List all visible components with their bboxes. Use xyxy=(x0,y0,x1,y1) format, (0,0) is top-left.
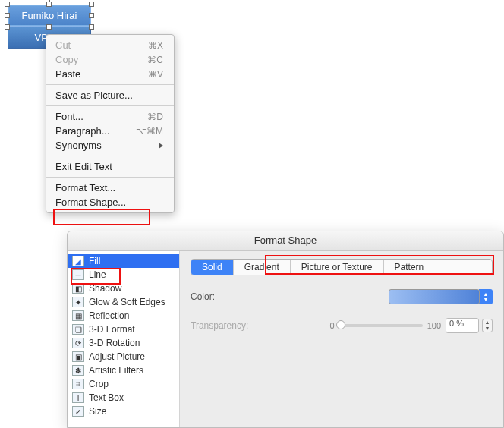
resize-handle-tm[interactable] xyxy=(46,2,52,7)
menu-cut: Cut ⌘X xyxy=(46,38,174,52)
menu-synonyms[interactable]: Synonyms xyxy=(46,138,174,153)
transparency-slider[interactable] xyxy=(339,324,423,327)
tab-solid[interactable]: Solid xyxy=(191,260,234,275)
sidebar-item-size[interactable]: ⤢ Size xyxy=(68,404,179,418)
sidebar-item-glow[interactable]: ✦ Glow & Soft Edges xyxy=(68,295,179,309)
menu-paragraph[interactable]: Paragraph... ⌥⌘M xyxy=(46,124,174,138)
menu-separator xyxy=(46,84,174,85)
sidebar-item-text-box[interactable]: T Text Box xyxy=(68,391,179,404)
sidebar-item-label: 3-D Format xyxy=(89,324,135,335)
context-menu: Cut ⌘X Copy ⌘C Paste ⌘V Save as Picture.… xyxy=(46,34,175,213)
transparency-max: 100 xyxy=(427,321,441,330)
shape-title[interactable]: Fumiko Hirai xyxy=(8,5,91,27)
sidebar-item-label: Line xyxy=(89,269,106,280)
resize-handle-tr[interactable] xyxy=(89,2,94,7)
format-shape-dialog: Format Shape ◢ Fill ─ Line ◧ Shadow ✦ Gl… xyxy=(67,231,504,428)
menu-copy-label: Copy xyxy=(55,54,78,65)
resize-handle-br[interactable] xyxy=(89,24,94,30)
picture-icon: ▣ xyxy=(72,351,84,362)
menu-paragraph-shortcut: ⌥⌘M xyxy=(136,126,163,137)
resize-handle-ml[interactable] xyxy=(5,13,10,18)
color-stepper[interactable]: ▲▼ xyxy=(479,289,493,304)
shadow-icon: ◧ xyxy=(72,283,84,294)
sidebar-item-reflection[interactable]: ▦ Reflection xyxy=(68,309,179,323)
dialog-title: Format Shape xyxy=(68,231,503,251)
sidebar-item-adjust-picture[interactable]: ▣ Adjust Picture xyxy=(68,350,179,363)
sidebar-item-label: Glow & Soft Edges xyxy=(89,297,165,307)
color-well[interactable] xyxy=(389,289,480,304)
sidebar-item-label: Artistic Filters xyxy=(89,365,143,376)
menu-exit-edit-text-label: Exit Edit Text xyxy=(55,161,112,172)
transparency-min: 0 xyxy=(330,321,335,330)
sidebar-item-label: Reflection xyxy=(89,310,129,321)
sidebar-item-shadow[interactable]: ◧ Shadow xyxy=(68,282,179,295)
sidebar-item-label: Shadow xyxy=(89,283,121,294)
transparency-label: Transparency: xyxy=(191,320,282,331)
menu-copy: Copy ⌘C xyxy=(46,52,174,67)
menu-separator xyxy=(46,177,174,178)
color-label: Color: xyxy=(191,291,282,302)
menu-font-shortcut: ⌘D xyxy=(147,112,163,122)
menu-exit-edit-text[interactable]: Exit Edit Text xyxy=(46,159,174,174)
transparency-value[interactable]: 0 % xyxy=(446,318,479,333)
reflection-icon: ▦ xyxy=(72,310,84,321)
menu-format-shape[interactable]: Format Shape... xyxy=(46,195,174,209)
menu-save-as-picture-label: Save as Picture... xyxy=(55,90,133,101)
submenu-arrow-icon xyxy=(159,143,163,149)
rotate-3d-icon: ⟳ xyxy=(72,338,84,348)
tab-gradient[interactable]: Gradient xyxy=(234,260,291,275)
resize-handle-bl[interactable] xyxy=(5,24,10,30)
sidebar-item-crop[interactable]: ⌗ Crop xyxy=(68,377,179,391)
sidebar-item-label: Size xyxy=(89,406,106,417)
resize-handle-tl[interactable] xyxy=(5,2,10,7)
text-box-icon: T xyxy=(72,392,84,403)
sidebar-item-label: Adjust Picture xyxy=(89,351,145,362)
menu-synonyms-label: Synonyms xyxy=(55,140,102,151)
menu-paste-shortcut: ⌘V xyxy=(148,69,163,80)
cube-icon: ❏ xyxy=(72,324,84,335)
menu-paste[interactable]: Paste ⌘V xyxy=(46,67,174,81)
sidebar-item-3d-rotation[interactable]: ⟳ 3-D Rotation xyxy=(68,336,179,350)
sidebar-item-label: 3-D Rotation xyxy=(89,338,140,348)
menu-copy-shortcut: ⌘C xyxy=(147,55,163,65)
resize-handle-mr[interactable] xyxy=(89,13,94,18)
tab-picture-texture[interactable]: Picture or Texture xyxy=(291,260,384,275)
crop-icon: ⌗ xyxy=(72,379,84,389)
menu-font-label: Font... xyxy=(55,111,83,122)
tab-pattern[interactable]: Pattern xyxy=(384,260,435,275)
menu-cut-shortcut: ⌘X xyxy=(148,40,163,51)
dialog-sidebar: ◢ Fill ─ Line ◧ Shadow ✦ Glow & Soft Edg… xyxy=(68,251,180,427)
filter-icon: ✽ xyxy=(72,365,84,376)
glow-icon: ✦ xyxy=(72,297,84,307)
menu-separator xyxy=(46,156,174,156)
menu-separator xyxy=(46,105,174,106)
sidebar-item-fill[interactable]: ◢ Fill xyxy=(68,254,179,268)
menu-save-as-picture[interactable]: Save as Picture... xyxy=(46,88,174,102)
menu-font[interactable]: Font... ⌘D xyxy=(46,109,174,124)
menu-paragraph-label: Paragraph... xyxy=(55,125,110,137)
paint-bucket-icon: ◢ xyxy=(72,256,84,266)
menu-format-text[interactable]: Format Text... xyxy=(46,181,174,195)
transparency-stepper[interactable]: ▲▼ xyxy=(482,319,493,332)
menu-paste-label: Paste xyxy=(55,68,80,80)
slider-knob[interactable] xyxy=(336,320,345,329)
menu-format-text-label: Format Text... xyxy=(55,182,115,194)
sidebar-item-3d-format[interactable]: ❏ 3-D Format xyxy=(68,323,179,336)
size-icon: ⤢ xyxy=(72,406,84,417)
dialog-pane: Solid Gradient Picture or Texture Patter… xyxy=(180,251,503,427)
menu-cut-label: Cut xyxy=(55,39,71,51)
sidebar-item-artistic-filters[interactable]: ✽ Artistic Filters xyxy=(68,363,179,377)
sidebar-item-label: Crop xyxy=(89,379,109,389)
resize-handle-bm[interactable] xyxy=(46,24,52,30)
menu-format-shape-label: Format Shape... xyxy=(55,197,126,208)
sidebar-item-label: Text Box xyxy=(89,392,124,403)
fill-type-tabs: Solid Gradient Picture or Texture Patter… xyxy=(191,259,493,275)
sidebar-item-line[interactable]: ─ Line xyxy=(68,268,179,282)
sidebar-item-label: Fill xyxy=(89,256,100,266)
line-icon: ─ xyxy=(72,269,84,280)
